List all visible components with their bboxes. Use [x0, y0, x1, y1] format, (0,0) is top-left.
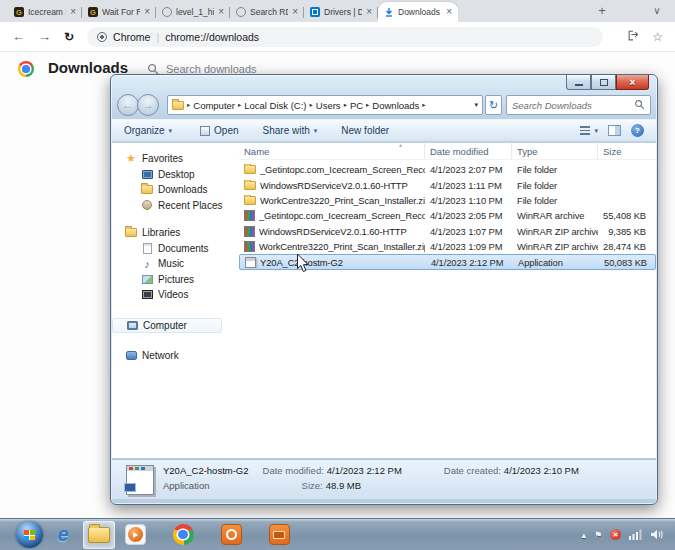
preview-pane-icon[interactable]	[608, 125, 621, 136]
share-icon[interactable]	[627, 28, 640, 46]
folder-icon	[244, 196, 256, 205]
tab-icecream[interactable]: G Icecream Sc ×	[8, 2, 82, 22]
sidebar-item-recent-places[interactable]: Recent Places	[112, 198, 239, 214]
date-created-value: 4/1/2023 2:10 PM	[504, 465, 579, 499]
details-created: Date created:4/1/2023 2:10 PM	[444, 465, 579, 499]
explorer-content: ★ Favorites Desktop Downloads Recent Pla…	[112, 143, 656, 458]
forward-button[interactable]: →	[137, 94, 159, 116]
tab-close-icon[interactable]: ×	[144, 7, 150, 17]
file-row[interactable]: _Getintopc.com_Icecream_Screen_Recor... …	[239, 162, 656, 177]
breadcrumb-item-users[interactable]: Users	[316, 100, 341, 111]
close-button[interactable]: ×	[616, 75, 649, 90]
sidebar-label: Desktop	[158, 169, 195, 180]
tab-close-icon[interactable]: ×	[292, 7, 298, 17]
reload-icon[interactable]: ↻	[64, 31, 74, 43]
sort-caret-icon: ▴	[399, 143, 402, 148]
breadcrumb-bar[interactable]: ▸ Computer ▸ Local Disk (C:) ▸ Users ▸ P…	[167, 95, 483, 115]
help-icon[interactable]: ?	[631, 124, 644, 137]
sidebar-item-favorites[interactable]: ★ Favorites	[112, 151, 239, 167]
open-button[interactable]: Open	[200, 125, 238, 136]
forward-icon[interactable]: →	[38, 30, 51, 43]
minimize-button[interactable]	[566, 75, 591, 90]
file-row[interactable]: WorkCentre3220_Print_Scan_Installer.zip …	[239, 193, 656, 208]
sidebar-item-network[interactable]: Network	[112, 348, 239, 364]
file-name: _Getintopc.com_Icecream_Screen_Recor...	[260, 164, 425, 175]
share-with-button[interactable]: Share with ▾	[263, 125, 318, 136]
screenshot-camera-icon	[269, 524, 290, 545]
taskbar-screen-recorder[interactable]	[215, 521, 247, 549]
selected-file-icon	[126, 465, 154, 495]
tab-wait-for[interactable]: G Wait For Re ×	[82, 2, 156, 22]
start-button[interactable]	[16, 521, 43, 548]
explorer-search-input[interactable]: Search Downloads	[506, 95, 651, 115]
tab-drivers[interactable]: Drivers | Do ×	[304, 2, 378, 22]
view-controls: ▾ ?	[580, 124, 644, 137]
sidebar-item-libraries[interactable]: Libraries	[112, 225, 239, 241]
column-header-name[interactable]: Name	[239, 143, 425, 159]
size-value: 48.9 MB	[326, 480, 361, 491]
taskbar-media-player[interactable]	[119, 521, 151, 549]
volume-speaker-icon[interactable]	[650, 526, 663, 544]
sidebar-item-music[interactable]: ♪ Music	[112, 256, 239, 272]
new-tab-button[interactable]: +	[594, 2, 610, 18]
crumb-arrow-icon: ▸	[310, 101, 313, 109]
refresh-button[interactable]: ↻	[485, 95, 502, 115]
file-date: 4/1/2023 1:07 PM	[425, 226, 512, 237]
back-icon[interactable]: ←	[12, 30, 25, 43]
maximize-button[interactable]	[591, 75, 616, 90]
sidebar-item-computer[interactable]: Computer	[112, 318, 222, 334]
organize-label: Organize	[124, 125, 165, 136]
taskbar-internet-explorer[interactable]: e	[47, 521, 79, 549]
taskbar-chrome[interactable]	[167, 521, 199, 549]
tab-list-chevron-icon[interactable]: ∨	[649, 2, 665, 18]
taskbar-explorer-active[interactable]	[83, 521, 115, 549]
file-row[interactable]: WindowsRDServiceV2.0.1.60-HTTP 4/1/2023 …	[239, 177, 656, 192]
tab-close-icon[interactable]: ×	[70, 7, 76, 17]
column-header-type[interactable]: Type	[512, 143, 598, 159]
organize-button[interactable]: Organize ▾	[124, 125, 172, 136]
tab-search-rd[interactable]: Search RD S ×	[230, 2, 304, 22]
mouse-cursor	[296, 253, 310, 277]
sidebar-item-documents[interactable]: Documents	[112, 241, 239, 257]
address-bar[interactable]: Chrome | chrome://downloads	[87, 27, 603, 47]
breadcrumb-item-pc[interactable]: PC	[350, 100, 363, 111]
change-view-button[interactable]: ▾	[580, 126, 598, 135]
column-header-date-modified[interactable]: Date modified	[425, 143, 512, 159]
tab-close-icon[interactable]: ×	[218, 7, 224, 17]
breadcrumb-item-computer[interactable]: Computer	[193, 100, 235, 111]
taskbar-screenshot-tool[interactable]	[263, 521, 295, 549]
new-folder-button[interactable]: New folder	[341, 125, 389, 136]
system-tray: ▴ ⚑ ×	[581, 526, 675, 544]
back-button[interactable]: ←	[117, 94, 139, 116]
getintopc-favicon: G	[88, 7, 98, 17]
tray-show-hidden-icon[interactable]: ▴	[581, 530, 586, 540]
refresh-icon: ↻	[489, 99, 498, 112]
breadcrumb-item-downloads[interactable]: Downloads	[372, 100, 419, 111]
alert-badge-icon[interactable]: ×	[610, 529, 621, 540]
bookmark-star-icon[interactable]: ☆	[652, 30, 663, 44]
sidebar-item-desktop[interactable]: Desktop	[112, 167, 239, 183]
column-header-size[interactable]: Size	[598, 143, 654, 159]
file-size: 9,385 KB	[598, 226, 654, 237]
sidebar-label: Documents	[158, 243, 209, 254]
file-type: WinRAR archive	[512, 210, 598, 221]
file-date: 4/1/2023 2:05 PM	[425, 210, 512, 221]
address-separator: |	[156, 31, 159, 43]
address-dropdown-icon[interactable]: ▾	[474, 101, 478, 109]
tab-downloads-active[interactable]: Downloads ×	[378, 2, 458, 22]
tab-close-icon[interactable]: ×	[446, 7, 452, 17]
file-row[interactable]: WindowsRDServiceV2.0.1.60-HTTP 4/1/2023 …	[239, 224, 656, 239]
network-signal-icon[interactable]	[629, 526, 642, 544]
close-icon: ×	[630, 77, 636, 88]
file-type: WinRAR ZIP archive	[512, 241, 598, 252]
date-modified-value: 4/1/2023 2:12 PM	[327, 465, 402, 476]
sidebar-item-downloads[interactable]: Downloads	[112, 182, 239, 198]
tab-level1[interactable]: level_1_hind ×	[156, 2, 230, 22]
open-icon	[200, 126, 210, 136]
action-center-flag-icon[interactable]: ⚑	[594, 530, 602, 540]
sidebar-item-pictures[interactable]: Pictures	[112, 272, 239, 288]
breadcrumb-item-local-disk[interactable]: Local Disk (C:)	[244, 100, 306, 111]
tab-close-icon[interactable]: ×	[366, 7, 372, 17]
sidebar-item-videos[interactable]: Videos	[112, 287, 239, 303]
file-row[interactable]: _Getintopc.com_Icecream_Screen_Recor... …	[239, 208, 656, 223]
